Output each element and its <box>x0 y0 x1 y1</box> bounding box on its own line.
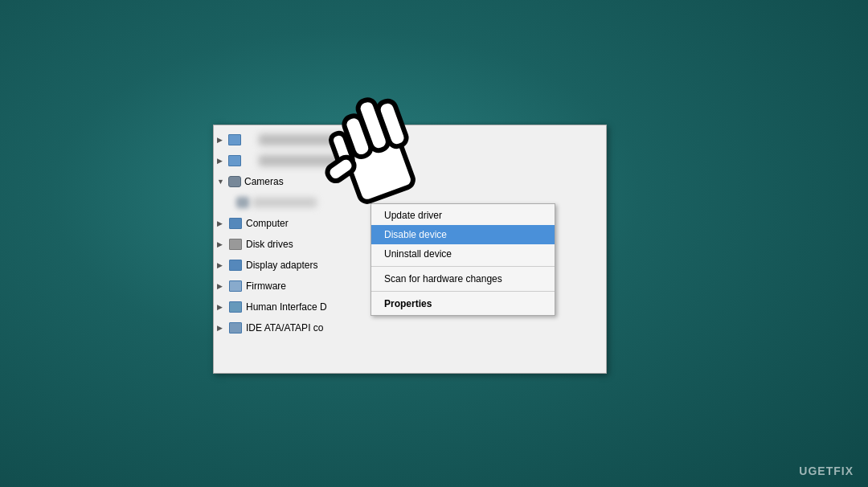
display-adapters-icon <box>228 259 243 272</box>
blurred-label-2 <box>259 155 355 166</box>
firmware-label: Firmware <box>246 280 286 292</box>
disk-drives-label: Disk drives <box>246 239 293 250</box>
tree-item-blurred-1: ▶ <box>214 129 375 150</box>
menu-item-disable-device[interactable]: Disable device <box>371 225 555 244</box>
ide-atapi-label: IDE ATA/ATAPI co <box>246 322 323 334</box>
menu-item-properties[interactable]: Properties <box>371 294 555 313</box>
menu-item-uninstall-device[interactable]: Uninstall device <box>371 244 555 264</box>
disk-drives-arrow: ▶ <box>217 240 228 248</box>
menu-item-scan-hardware[interactable]: Scan for hardware changes <box>371 269 555 289</box>
cameras-arrow: ▼ <box>217 178 228 186</box>
blurred-label-1 <box>259 134 355 145</box>
device-tree: ▶ ▶ ▼ Cameras ▶ Computer <box>214 125 375 373</box>
menu-separator-2 <box>371 291 555 292</box>
tree-item-cameras[interactable]: ▼ Cameras <box>214 171 375 192</box>
ide-atapi-icon <box>228 321 243 334</box>
computer-label: Computer <box>246 218 289 229</box>
computer-icon <box>228 217 243 230</box>
cameras-label: Cameras <box>244 176 284 187</box>
human-interface-label: Human Interface D <box>246 301 327 313</box>
device-manager-window: ▶ ▶ ▼ Cameras ▶ Computer <box>213 125 607 374</box>
ide-atapi-arrow: ▶ <box>217 324 228 332</box>
firmware-icon <box>228 280 243 293</box>
tree-item-blurred-2: ▶ <box>214 150 375 171</box>
display-adapters-arrow: ▶ <box>217 261 228 269</box>
firmware-arrow: ▶ <box>217 282 228 290</box>
disk-drives-icon <box>228 238 243 251</box>
tree-item-computer[interactable]: ▶ Computer <box>214 213 375 234</box>
tree-item-ide-atapi[interactable]: ▶ IDE ATA/ATAPI co <box>214 317 375 338</box>
menu-separator-1 <box>371 266 555 267</box>
tree-item-firmware[interactable]: ▶ Firmware <box>214 276 375 297</box>
tree-item-human-interface[interactable]: ▶ Human Interface D <box>214 297 375 317</box>
human-interface-arrow: ▶ <box>217 303 228 311</box>
human-interface-icon <box>228 301 243 313</box>
computer-arrow: ▶ <box>217 219 228 227</box>
display-adapters-label: Display adapters <box>246 260 317 271</box>
camera-child-item <box>214 192 375 213</box>
menu-item-update-driver[interactable]: Update driver <box>371 206 555 225</box>
tree-item-disk-drives[interactable]: ▶ Disk drives <box>214 234 375 255</box>
tree-item-display-adapters[interactable]: ▶ Display adapters <box>214 255 375 276</box>
watermark: UGETFIX <box>799 464 854 477</box>
context-menu: Update driver Disable device Uninstall d… <box>371 203 555 316</box>
